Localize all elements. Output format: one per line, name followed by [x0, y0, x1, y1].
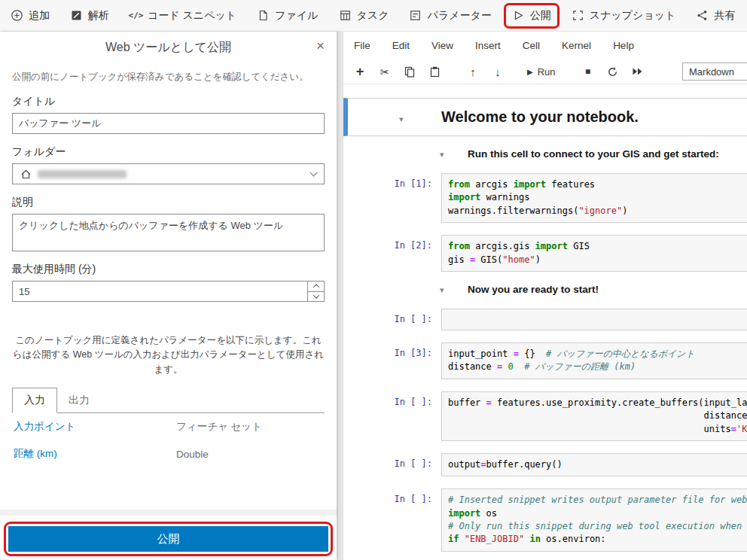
cell-prompt: In [ ]: — [349, 488, 438, 504]
paste-cell-button[interactable] — [428, 66, 441, 78]
move-cell-down-button[interactable]: ↓ — [492, 66, 504, 78]
code-cell[interactable]: In [ ]: — [349, 309, 747, 330]
cell-prompt: In [ ]: — [349, 391, 438, 407]
toolbar-item-add[interactable]: 追加 — [11, 9, 50, 23]
max-time-input[interactable] — [13, 282, 307, 301]
code-cell[interactable]: In [3]:input_point = {} # バッファーの中心となるポイン… — [349, 342, 747, 379]
menu-insert[interactable]: Insert — [475, 40, 501, 51]
toolbar-item-file[interactable]: ファイル — [257, 9, 318, 23]
tab-input[interactable]: 入力 — [12, 388, 57, 413]
code-editor[interactable]: from arcgis import features import warni… — [441, 173, 747, 223]
title-input[interactable] — [12, 113, 325, 134]
add-circle-icon — [11, 9, 23, 22]
toolbar-item-parameters[interactable]: パラメーター — [409, 9, 491, 23]
move-cell-up-button[interactable]: ↑ — [467, 66, 479, 78]
toolbar-item-tasks[interactable]: タスク — [339, 9, 389, 23]
toolbar-item-snapshot[interactable]: スナップショット — [572, 9, 676, 23]
menu-help[interactable]: Help — [613, 40, 634, 51]
save-reminder-note: 公開の前にノートブックが保存済みであることを確認してください。 — [12, 71, 325, 84]
param-name-link[interactable]: 入力ポイント — [14, 420, 176, 434]
code-editor[interactable]: output=buffer.query() — [441, 453, 747, 476]
title-field-label: タイトル — [12, 95, 325, 108]
file-icon — [257, 9, 270, 22]
code-editor[interactable]: input_point = {} # バッファーの中心となるポイント dista… — [441, 342, 747, 379]
restart-run-all-button[interactable] — [632, 67, 644, 76]
restart-kernel-button[interactable] — [607, 66, 619, 78]
cell-prompt: In [2]: — [349, 235, 438, 251]
run-label: Run — [538, 66, 556, 78]
code-cell[interactable]: In [1]:from arcgis import features impor… — [349, 173, 747, 223]
toolbar-item-code-snippet[interactable]: </> コード スニペット — [130, 9, 236, 23]
copy-cell-button[interactable] — [404, 66, 416, 78]
stepper-buttons — [307, 282, 324, 301]
toolbar-item-publish[interactable]: 公開 — [512, 9, 551, 23]
collapse-caret-icon[interactable]: ▾ — [440, 285, 455, 295]
notebook-cells: ▾Welcome to your notebook.▾Run this cell… — [343, 84, 747, 560]
stepper-down-button[interactable] — [308, 291, 324, 302]
close-icon[interactable]: × — [316, 38, 325, 53]
menu-edit[interactable]: Edit — [392, 40, 410, 51]
notebook-menubar: File Edit View Insert Cell Kernel Help — [343, 32, 747, 59]
notebook-area: File Edit View Insert Cell Kernel Help +… — [343, 32, 747, 560]
toolbar-item-label: コード スニペット — [148, 9, 236, 23]
stepper-up-button[interactable] — [308, 282, 324, 291]
menu-view[interactable]: View — [431, 40, 453, 51]
code-cell[interactable]: In [ ]:output=buffer.query() — [349, 453, 747, 476]
param-row: 距離 (km) Double — [12, 440, 325, 467]
code-cell[interactable]: In [ ]:buffer = features.use_proximity.c… — [349, 391, 747, 441]
add-cell-button[interactable]: + — [354, 65, 366, 78]
code-editor[interactable]: # Inserted snippet writes output paramet… — [441, 488, 747, 552]
toolbar-item-analysis[interactable]: 解析 — [70, 9, 109, 23]
toolbar-item-label: 追加 — [29, 9, 50, 23]
code-cell[interactable]: In [2]:from arcgis.gis import GIS gis = … — [349, 235, 747, 272]
refresh-icon — [607, 66, 618, 78]
param-name-link[interactable]: 距離 (km) — [14, 447, 176, 461]
markdown-cell[interactable]: ▾Now you are ready to start! — [349, 284, 747, 295]
code-cell[interactable]: In [ ]:# Inserted snippet writes output … — [349, 488, 747, 552]
cut-cell-button[interactable]: ✂ — [379, 66, 391, 78]
description-field-label: 説明 — [12, 196, 325, 209]
panel-divider — [337, 32, 343, 560]
toolbar-item-label: ファイル — [275, 9, 318, 23]
collapse-caret-icon[interactable]: ▾ — [399, 114, 414, 124]
menu-kernel[interactable]: Kernel — [562, 40, 591, 51]
max-time-stepper — [12, 281, 325, 302]
code-editor[interactable]: buffer = features.use_proximity.create_b… — [441, 391, 747, 441]
tab-output[interactable]: 出力 — [57, 388, 101, 412]
panel-footer: 公開 — [0, 510, 337, 560]
share-icon — [696, 9, 709, 22]
cell-type-select[interactable]: Markdown — [682, 62, 747, 81]
menu-cell[interactable]: Cell — [523, 40, 540, 51]
code-editor[interactable] — [441, 309, 747, 330]
cell-type-value: Markdown — [689, 66, 734, 78]
toolbar-item-label: 公開 — [530, 9, 551, 23]
collapse-caret-icon[interactable]: ▾ — [440, 150, 455, 160]
play-icon: ▶ — [527, 68, 533, 76]
code-editor[interactable]: from arcgis.gis import GIS gis = GIS("ho… — [441, 235, 747, 272]
menu-file[interactable]: File — [354, 40, 370, 51]
stop-icon: ■ — [585, 67, 590, 76]
stop-button[interactable]: ■ — [582, 67, 594, 76]
run-button[interactable]: ▶ Run — [527, 66, 556, 78]
plus-icon: + — [356, 65, 364, 78]
publish-button-highlight-annotation: 公開 — [4, 522, 333, 556]
folder-select[interactable] — [12, 163, 325, 184]
panel-title: Web ツールとして公開 — [105, 40, 231, 56]
cell-prompt: In [3]: — [349, 342, 438, 358]
param-type: Double — [176, 449, 209, 460]
markdown-cell[interactable]: ▾Welcome to your notebook. — [343, 98, 747, 136]
toolbar-item-label: タスク — [357, 9, 389, 23]
markdown-cell[interactable]: ▾Run this cell to connect to your GIS an… — [349, 148, 747, 160]
markdown-heading-text: Welcome to your notebook. — [441, 108, 639, 126]
max-time-field-label: 最大使用時間 (分) — [12, 263, 325, 276]
param-type: フィーチャ セット — [176, 420, 262, 434]
description-textarea[interactable]: クリックした地点からのバッファーを作成する Web ツール — [12, 214, 325, 251]
chevron-up-icon — [313, 284, 319, 290]
publish-button[interactable]: 公開 — [8, 526, 328, 552]
toolbar-item-label: スナップショット — [590, 9, 676, 23]
top-toolbar: 追加 解析 </> コード スニペット ファイル タスク パラメーター — [0, 0, 747, 32]
parameters-note: このノートブック用に定義されたパラメーターを以下に示します。これらは公開する W… — [12, 333, 325, 377]
toolbar-item-share[interactable]: 共有 — [696, 9, 735, 23]
param-row: 入力ポイント フィーチャ セット — [12, 413, 325, 440]
snapshot-icon — [572, 9, 584, 22]
